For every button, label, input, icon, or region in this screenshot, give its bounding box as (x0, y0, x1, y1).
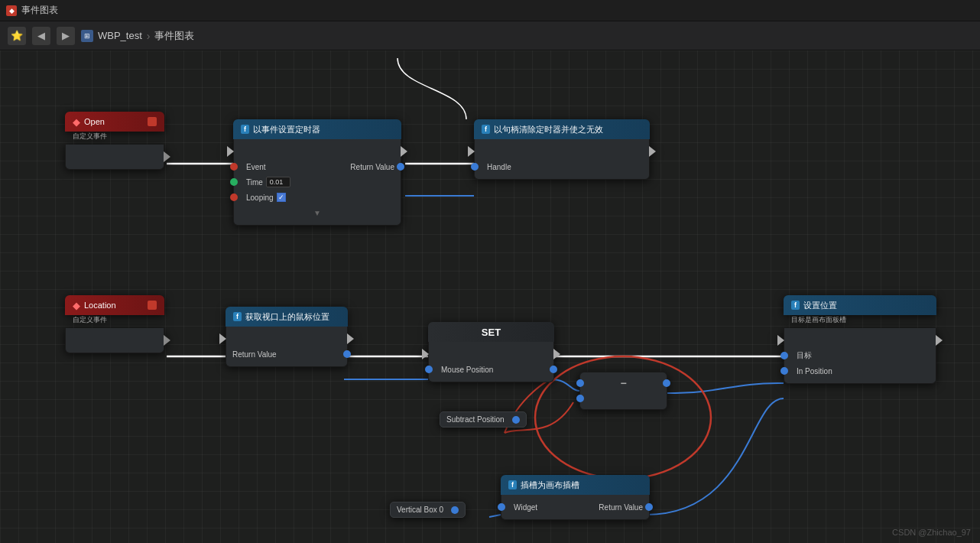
breadcrumb-graph[interactable]: 事件图表 (154, 29, 194, 43)
title-bar-icon: ◆ (6, 5, 17, 16)
watermark: CSDN @Zhichao_97 (892, 528, 971, 537)
open-event-header: ◆ Open (65, 112, 164, 132)
insert-canvas-title: 插槽为画布插槽 (521, 480, 579, 491)
clear-timer-header: f 以句柄清除定时器并使之无效 (474, 119, 650, 139)
clear-exec-row (475, 144, 649, 159)
set-pos-subtitle: 目标是画布面板槽 (784, 315, 936, 328)
get-mouse-pos-title: 获取视口上的鼠标位置 (245, 311, 329, 323)
set-timer-exec-row (234, 144, 401, 159)
breadcrumb: ⊞ WBP_test › 事件图表 (81, 29, 194, 43)
location-event-header: ◆ Location (65, 295, 164, 315)
set-position-node[interactable]: f 设置位置 目标是画布面板槽 目标 In Position (784, 295, 936, 384)
handle-row: Handle (475, 159, 649, 174)
vertical-box-pin (451, 506, 459, 514)
get-mouse-func-icon: f (233, 312, 242, 321)
title-bar-text: 事件图表 (21, 4, 58, 17)
breadcrumb-project[interactable]: WBP_test (98, 30, 142, 41)
location-event-body (65, 328, 164, 353)
open-event-title: Open (84, 117, 105, 126)
mouse-position-label: Mouse Position (441, 366, 493, 374)
subtract-bottom-row (580, 391, 667, 406)
subtract-body: − (579, 372, 667, 410)
subtract-position-label-node[interactable]: Subtract Position (440, 411, 527, 428)
vertical-box-label: Vertical Box 0 (397, 506, 443, 514)
event-row: Event Return Value (234, 159, 401, 174)
nav-back-button[interactable]: ◀ (32, 27, 50, 45)
open-event-node[interactable]: ◆ Open 自定义事件 (65, 112, 164, 170)
location-event-node[interactable]: ◆ Location 自定义事件 (65, 295, 164, 353)
event-label: Event (246, 163, 266, 171)
set-title: SET (482, 327, 501, 338)
open-event-exec-row (66, 149, 164, 164)
nav-forward-button[interactable]: ▶ (57, 27, 75, 45)
get-mouse-pos-node[interactable]: f 获取视口上的鼠标位置 Return Value (226, 307, 348, 367)
time-input[interactable] (266, 177, 290, 187)
set-pos-exec-row (784, 333, 936, 348)
get-mouse-exec-row (226, 331, 347, 346)
breadcrumb-separator: › (147, 30, 151, 42)
return-value-label: Return Value (350, 163, 394, 171)
clear-timer-title: 以句柄清除定时器并使之无效 (494, 124, 603, 135)
location-event-title: Location (84, 301, 116, 310)
subtract-top-row: − (580, 376, 667, 391)
in-position-row: In Position (784, 363, 936, 379)
expand-row: ▼ (234, 205, 401, 220)
set-position-title: 设置位置 (803, 300, 837, 311)
set-position-body: 目标 In Position (784, 328, 936, 384)
location-exec-row (66, 333, 164, 348)
back-button[interactable]: ⭐ (8, 27, 26, 45)
insert-func-icon: f (508, 480, 517, 489)
location-event-subtitle: 自定义事件 (65, 315, 164, 328)
set-timer-body: Event Return Value Time Looping ✓ ▼ (233, 139, 401, 226)
mouse-position-row: Mouse Position (429, 362, 553, 377)
insert-widget-row: Widget Return Value (501, 499, 649, 515)
clear-timer-body: Handle (474, 139, 650, 180)
set-timer-header: f 以事件设置定时器 (233, 119, 401, 139)
subtract-symbol: − (586, 377, 660, 389)
open-event-body (65, 145, 164, 170)
set-exec-row (429, 346, 553, 362)
set-body: Mouse Position (428, 342, 554, 382)
get-mouse-return-row: Return Value (226, 346, 347, 362)
set-pos-func-icon: f (791, 301, 800, 310)
time-row: Time (234, 174, 401, 190)
set-node[interactable]: SET Mouse Position (428, 322, 554, 382)
looping-label: Looping (246, 193, 274, 202)
canvas-area[interactable]: ◆ Open 自定义事件 f 以事件设置定时器 Event Return Val… (0, 50, 980, 543)
get-mouse-pos-header: f 获取视口上的鼠标位置 (226, 307, 348, 327)
blueprint-icon: ⊞ (81, 30, 93, 42)
target-label: 目标 (797, 350, 812, 361)
insert-return-label: Return Value (599, 503, 643, 512)
looping-row: Looping ✓ (234, 190, 401, 205)
set-header: SET (428, 322, 554, 342)
nav-bar: ⭐ ◀ ▶ ⊞ WBP_test › 事件图表 (0, 21, 980, 50)
target-row: 目标 (784, 348, 936, 363)
vertical-box-label-node[interactable]: Vertical Box 0 (390, 502, 466, 518)
time-label: Time (246, 178, 263, 187)
get-mouse-pos-body: Return Value (226, 327, 348, 367)
title-bar: ◆ 事件图表 (0, 0, 980, 21)
widget-label: Widget (514, 503, 537, 512)
insert-canvas-node[interactable]: f 插槽为画布插槽 Widget Return Value (501, 475, 650, 520)
set-position-header: f 设置位置 (784, 295, 936, 315)
insert-canvas-header: f 插槽为画布插槽 (501, 475, 650, 495)
handle-label: Handle (487, 163, 511, 171)
looping-checkbox[interactable]: ✓ (277, 193, 286, 202)
open-event-subtitle: 自定义事件 (65, 132, 164, 145)
subtract-node[interactable]: − (579, 372, 667, 410)
expand-icon[interactable]: ▼ (313, 209, 321, 217)
return-value-get: Return Value (232, 350, 277, 359)
subtract-position-label: Subtract Position (446, 415, 505, 424)
clear-timer-node[interactable]: f 以句柄清除定时器并使之无效 Handle (474, 119, 650, 180)
func-icon: f (241, 125, 249, 134)
in-position-label: In Position (797, 367, 832, 376)
insert-canvas-body: Widget Return Value (501, 495, 650, 520)
set-timer-node[interactable]: f 以事件设置定时器 Event Return Value Time Loopi (233, 119, 401, 226)
set-timer-title: 以事件设置定时器 (253, 124, 320, 135)
clear-func-icon: f (482, 125, 490, 134)
